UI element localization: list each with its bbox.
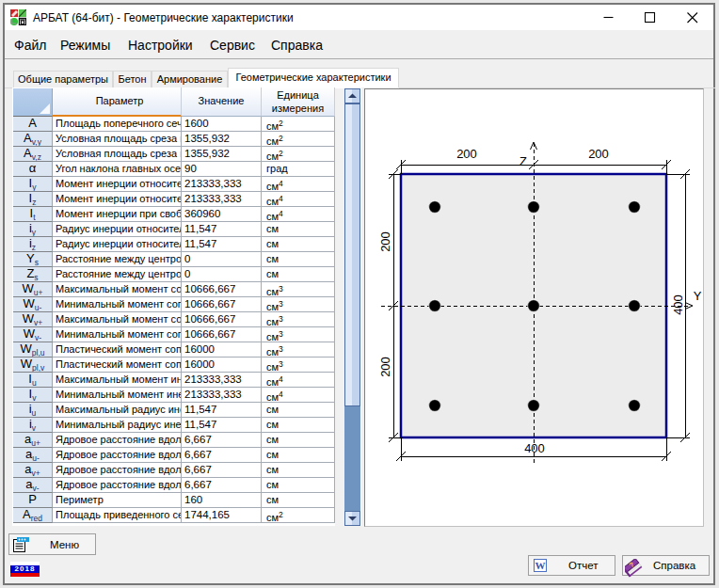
svg-text:200: 200 (456, 147, 477, 161)
svg-text:400: 400 (671, 294, 685, 315)
svg-text:Z: Z (519, 154, 527, 168)
svg-text:200: 200 (588, 147, 609, 161)
svg-text:W: W (535, 560, 546, 571)
svg-text:200: 200 (378, 357, 392, 377)
svg-text:400: 400 (524, 441, 545, 455)
svg-text:200: 200 (378, 231, 392, 252)
svg-text:Y: Y (694, 289, 702, 303)
